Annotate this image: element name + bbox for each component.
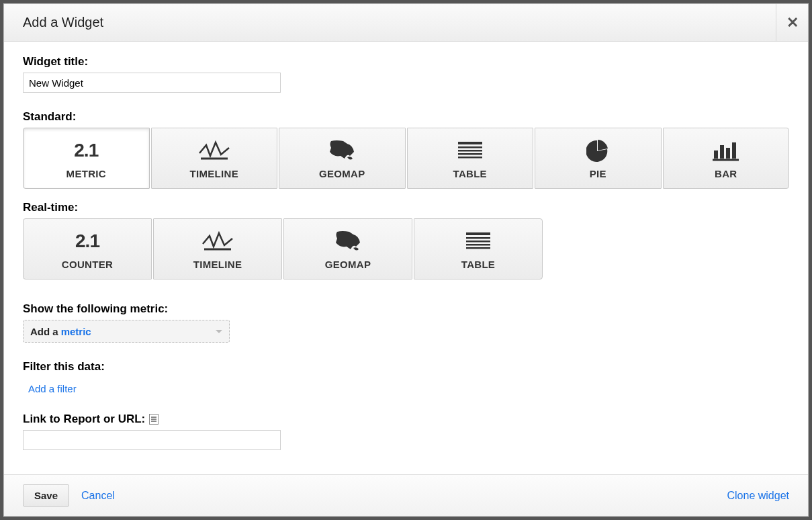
svg-rect-8 [726,148,730,159]
type-geomap[interactable]: GEOMAP [279,128,406,189]
dialog-title: Add a Widget [23,15,103,30]
timeline-icon [201,228,234,255]
type-label: TABLE [453,168,487,179]
type-label: TABLE [461,259,495,270]
table-icon [465,228,492,255]
timeline-icon [198,137,230,164]
clone-widget-link[interactable]: Clone widget [727,490,790,502]
save-button[interactable]: Save [23,484,69,507]
svg-rect-2 [458,146,482,148]
bar-icon [712,137,740,164]
svg-rect-1 [458,142,482,144]
type-label: METRIC [66,168,106,179]
realtime-label: Real-time: [23,201,789,214]
show-metric-label: Show the following metric: [23,302,789,316]
type-counter[interactable]: 2.1 COUNTER [23,218,152,279]
type-metric[interactable]: 2.1 METRIC [23,128,150,189]
svg-rect-6 [714,150,718,159]
type-label: BAR [715,168,737,179]
svg-rect-3 [458,150,482,152]
metric-icon: 2.1 [74,137,98,164]
geomap-icon [327,137,357,164]
chevron-down-icon [216,330,222,333]
realtime-type-row: 2.1 COUNTER TIMELINE GEOMAP TABLE [23,218,789,279]
svg-rect-16 [466,247,490,249]
close-icon: ✕ [786,14,799,32]
svg-rect-13 [466,237,490,239]
counter-icon: 2.1 [75,228,99,255]
type-label: GEOMAP [325,259,371,270]
type-label: TIMELINE [193,259,242,270]
add-filter-link[interactable]: Add a filter [28,383,77,394]
svg-rect-4 [458,153,482,155]
type-pie[interactable]: PIE [535,128,662,189]
dialog-body: Widget title: Standard: 2.1 METRIC TIMEL… [4,42,808,474]
type-label: COUNTER [62,259,113,270]
type-table[interactable]: TABLE [407,128,534,189]
svg-rect-5 [458,157,482,159]
table-icon [457,137,484,164]
svg-rect-9 [732,142,736,159]
dialog-footer: Save Cancel Clone widget [4,474,808,516]
cancel-link[interactable]: Cancel [81,490,115,502]
add-metric-dropdown[interactable]: Add a metric [23,320,230,343]
standard-type-row: 2.1 METRIC TIMELINE GEOMAP TABLE [23,128,789,189]
link-report-input[interactable] [23,430,281,450]
type-geomap-rt[interactable]: GEOMAP [283,218,412,279]
svg-rect-7 [720,145,724,159]
svg-rect-12 [466,232,490,235]
svg-rect-14 [466,241,490,243]
add-metric-prefix: Add a [30,326,58,337]
pie-icon [586,137,609,164]
widget-title-label: Widget title: [23,55,789,69]
type-timeline[interactable]: TIMELINE [151,128,278,189]
link-report-label: Link to Report or URL: [23,413,159,426]
add-widget-dialog: Add a Widget ✕ Widget title: Standard: 2… [3,3,809,517]
standard-label: Standard: [23,110,789,124]
type-bar[interactable]: BAR [663,128,790,189]
type-label: PIE [590,168,606,179]
type-table-rt[interactable]: TABLE [414,218,543,279]
dialog-header: Add a Widget ✕ [4,4,808,42]
report-icon [149,414,159,425]
geomap-icon [333,228,363,255]
type-timeline-rt[interactable]: TIMELINE [153,218,282,279]
filter-label: Filter this data: [23,360,789,374]
type-label: GEOMAP [319,168,365,179]
svg-rect-15 [466,244,490,246]
close-button[interactable]: ✕ [776,4,808,42]
type-label: TIMELINE [190,168,238,179]
add-metric-link: metric [61,326,91,337]
widget-title-input[interactable] [23,73,281,93]
